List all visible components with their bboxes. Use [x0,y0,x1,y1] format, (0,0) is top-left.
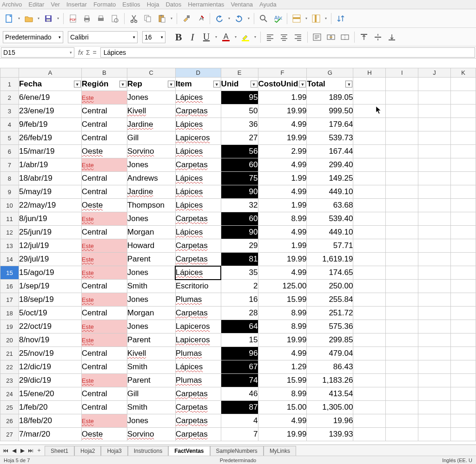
cell[interactable]: Lápices [175,199,221,212]
cell[interactable]: 4.99 [258,118,307,131]
row-header-24[interactable]: 24 [0,387,19,401]
sheet-tab-sheet1[interactable]: Sheet1 [45,446,74,456]
cell[interactable]: 251.72 [307,307,353,320]
insert-col-dropdown[interactable]: ▾ [324,12,328,25]
cell[interactable]: 27 [221,131,258,145]
cell[interactable]: 22/may/19 [19,199,81,212]
row-header-5[interactable]: 5 [0,131,19,145]
cell[interactable]: 29/dic/19 [19,374,81,387]
tab-first-button[interactable]: ⏮ [2,447,9,454]
cell[interactable]: Thompson [127,199,175,212]
cell[interactable]: 174.65 [307,266,353,280]
cell[interactable]: 86.43 [307,360,353,374]
insert-row-button[interactable] [290,12,303,25]
cell[interactable]: Carpetas [175,105,221,118]
new-doc-dropdown[interactable]: ▾ [17,12,21,25]
cell[interactable]: 1.29 [258,360,307,374]
cell[interactable]: 67 [221,360,258,374]
cell[interactable]: 74 [221,374,258,387]
font-color-dropdown[interactable]: ▾ [233,31,238,44]
cell[interactable]: 4.99 [258,347,307,360]
col-header-B[interactable]: B [81,68,127,78]
pdf-export-button[interactable]: PDF [66,12,79,25]
cell[interactable]: 1.99 [258,199,307,212]
row-header-21[interactable]: 21 [0,347,19,360]
table-header-cell[interactable]: Unid▼ [221,78,258,91]
cell[interactable]: 5/may/19 [19,185,81,199]
cell[interactable]: Este [81,374,127,387]
row-header-20[interactable]: 20 [0,333,19,347]
cell[interactable]: Este [81,266,127,280]
cell[interactable]: 8/nov/19 [19,333,81,347]
cell[interactable]: 1,305.00 [307,401,353,414]
font-name-combo[interactable]: Calibri▾ [68,31,138,43]
save-button[interactable] [42,12,55,25]
cell[interactable]: Carpetas [175,307,221,320]
tab-next-button[interactable]: ▶ [19,447,26,454]
cell[interactable]: 60 [221,158,258,172]
filter-button[interactable]: ▼ [213,81,220,88]
paste-dropdown[interactable]: ▾ [169,12,174,25]
row-header-3[interactable]: 3 [0,105,19,118]
cell[interactable]: Central [81,401,127,414]
menu-estilos[interactable]: Estilos [122,1,140,8]
cell[interactable]: 19.99 [258,105,307,118]
cell[interactable]: Lápices [175,91,221,105]
row-header-16[interactable]: 16 [0,280,19,293]
valign-mid-button[interactable] [371,31,384,44]
filter-button[interactable]: ▼ [251,81,258,88]
cell[interactable]: Central [81,387,127,401]
cell[interactable]: 1.99 [258,91,307,105]
menu-datos[interactable]: Datos [165,1,181,8]
cell[interactable]: Kivell [127,347,175,360]
cell[interactable]: Lápices [175,226,221,239]
cell[interactable]: Parent [127,374,175,387]
row-header-17[interactable]: 17 [0,293,19,307]
row-header-26[interactable]: 26 [0,414,19,428]
row-header-13[interactable]: 13 [0,239,19,253]
cell[interactable]: 15/ago/19 [19,266,81,280]
cell[interactable]: 299.85 [307,333,353,347]
cell[interactable]: 96 [221,347,258,360]
cell[interactable]: Jones [127,293,175,307]
cell[interactable]: Carpetas [175,212,221,226]
cell[interactable]: 50 [221,105,258,118]
cell[interactable]: Parent [127,333,175,347]
cell[interactable]: Este [81,320,127,333]
table-header-cell[interactable]: CostoUnid▼ [258,78,307,91]
tab-add-button[interactable]: ＋ [35,447,43,454]
cell[interactable]: Jones [127,91,175,105]
cell[interactable]: Este [81,293,127,307]
cell[interactable]: 46 [221,387,258,401]
underline-dropdown[interactable]: ▾ [214,31,218,44]
filter-button[interactable]: ▼ [74,81,81,88]
print-button[interactable] [80,12,93,25]
copy-button[interactable] [141,12,154,25]
cell[interactable]: Central [81,360,127,374]
cell[interactable]: 4.99 [258,158,307,172]
col-header-D[interactable]: D [175,68,221,78]
fx-icon[interactable]: fx [78,49,83,56]
sort-button[interactable] [334,12,347,25]
cell[interactable]: 179.64 [307,118,353,131]
undo-dropdown[interactable]: ▾ [227,12,231,25]
spellcheck-button[interactable]: Abc [271,12,284,25]
font-color-button[interactable]: A [219,31,232,44]
cell[interactable]: Jones [127,414,175,428]
col-header-I[interactable]: I [386,68,418,78]
open-button[interactable] [22,12,35,25]
spreadsheet-grid[interactable]: ABCDEFGHIJK1Fecha▼Región▼Rep▼Item▼Unid▼C… [0,68,476,444]
cell[interactable]: 57.71 [307,239,353,253]
cell[interactable]: 19.99 [258,131,307,145]
cell[interactable]: Lápices [175,185,221,199]
bold-button[interactable]: B [172,31,185,44]
cell[interactable]: Oeste [81,428,127,441]
cell[interactable]: 7 [221,428,258,441]
cell[interactable]: Smith [127,401,175,414]
filter-button[interactable]: ▼ [345,81,352,88]
cell[interactable]: 449.10 [307,226,353,239]
row-header-10[interactable]: 10 [0,199,19,212]
sheet-tab-factventas[interactable]: FactVentas [168,446,210,456]
cell[interactable]: Carpetas [175,428,221,441]
cell[interactable]: Smith [127,360,175,374]
